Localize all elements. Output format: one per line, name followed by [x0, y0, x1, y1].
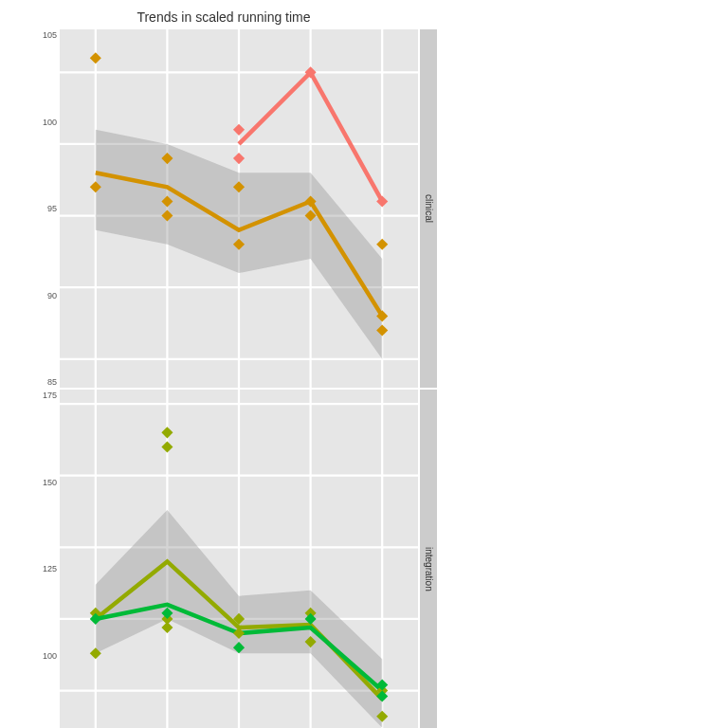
panel-row-clinical: 105100959085clinical [27, 28, 438, 389]
facet-panels: Scaled Time (lowest R version average ti… [9, 28, 438, 728]
facet-strip: clinical [419, 28, 438, 389]
facet-strip: integration [419, 389, 438, 728]
legend: paste(benchmark_group, benchmark) clinic… [438, 9, 719, 728]
facet-panel [59, 28, 419, 389]
chart-container: Trends in scaled running time Scaled Tim… [9, 9, 719, 728]
chart-title: Trends in scaled running time [9, 9, 438, 25]
y-axis-label: Scaled Time (lowest R version average ti… [9, 28, 27, 728]
facet-panel [59, 389, 419, 728]
y-ticks: 17515012510075 [27, 389, 59, 728]
facet-label: clinical [424, 194, 434, 223]
panel-row-integration: 17515012510075integration [27, 389, 438, 728]
y-ticks: 105100959085 [27, 28, 59, 389]
plot-column: Trends in scaled running time Scaled Tim… [9, 9, 438, 728]
facet-label: integration [424, 547, 434, 592]
panel-stack: 105100959085clinical17515012510075integr… [27, 28, 438, 728]
